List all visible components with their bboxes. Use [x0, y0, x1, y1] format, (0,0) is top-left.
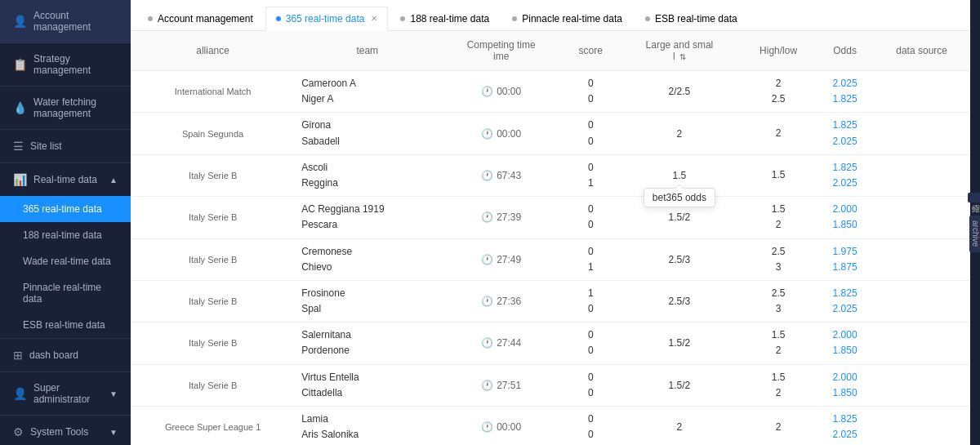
high-low-2: 2: [776, 343, 782, 358]
tab-365-real-time[interactable]: 365 real-time data ✕: [265, 7, 389, 31]
clock-icon: 🕐: [481, 296, 493, 307]
sidebar-item-account-management[interactable]: 👤 Account management: [0, 0, 131, 42]
tab-label: Pinnacle real-time data: [522, 13, 622, 24]
sidebar-item-system-tools[interactable]: ⚙ System Tools ▼: [0, 416, 131, 445]
sidebar-item-188-real-time[interactable]: 188 real-time data: [0, 222, 131, 248]
score-2: 0: [588, 134, 594, 149]
cell-score: 1 0: [563, 280, 618, 322]
cell-score: 0 1: [563, 154, 618, 196]
col-large-small[interactable]: Large and smal l ⇅: [618, 31, 740, 71]
cell-odds: 1.975 1.875: [817, 238, 873, 280]
odds-2: 2.025: [833, 176, 858, 191]
intro-button[interactable]: 介绍: [968, 193, 980, 202]
cell-score: 0 0: [563, 364, 618, 406]
close-icon[interactable]: ✕: [371, 14, 377, 23]
table-row: Italy Serie BAscoli Reggina🕐67:43 0 1 1.…: [131, 154, 970, 196]
score-2: 1: [588, 260, 594, 275]
score-2: 1: [588, 176, 594, 191]
odds-1: 1.825: [833, 160, 858, 176]
odds-2: 2.025: [833, 427, 858, 443]
cell-alliance: Italy Serie B: [131, 197, 295, 238]
cell-time: 🕐67:43: [439, 154, 563, 196]
sidebar-item-label: Water fetching management: [33, 96, 118, 119]
sidebar-item-label: Account management: [33, 10, 118, 33]
clock-icon: 🕐: [481, 128, 493, 140]
cell-team: Cremonese Chievo: [295, 238, 439, 280]
tab-account-management[interactable]: Account management: [137, 7, 264, 31]
sidebar-item-super-admin[interactable]: 👤 Super administrator ▼: [0, 372, 131, 415]
cell-team: Salernitana Pordenone: [295, 323, 439, 364]
sidebar-item-strategy-management[interactable]: 📋 Strategy management: [0, 43, 131, 86]
high-low-1: 1.5: [772, 327, 786, 343]
tabs-bar: Account management 365 real-time data ✕ …: [131, 0, 970, 31]
sidebar-item-dash-board[interactable]: ⊞ dash board: [0, 339, 131, 372]
cell-alliance: Spain Segunda: [131, 113, 295, 154]
clock-icon: 🕐: [481, 380, 493, 391]
cell-team: Virtus Entella Cittadella: [295, 364, 439, 406]
cell-odds: 1.825 2.025: [817, 113, 873, 154]
admin-icon: 👤: [13, 387, 27, 400]
tab-188-real-time[interactable]: 188 real-time data: [390, 7, 500, 31]
chart-icon: 📊: [13, 173, 27, 186]
sidebar-item-label: System Tools: [30, 426, 88, 438]
high-low-2: 2: [776, 385, 782, 401]
sidebar-item-real-time-data[interactable]: 📊 Real-time data ▲: [0, 163, 131, 196]
high-low-1: 1.5: [772, 370, 786, 385]
sidebar-item-label: Super administrator: [33, 382, 103, 405]
cell-odds: 2.000 1.850: [817, 364, 873, 406]
table-row: Italy Serie BCremonese Chievo🕐27:49 0 1 …: [131, 238, 970, 280]
cell-score: 0 0: [563, 71, 618, 113]
score-1: 0: [588, 244, 594, 260]
cell-large-small: 2.5/3: [618, 238, 740, 280]
water-icon: 💧: [13, 101, 27, 114]
score-2: 0: [588, 91, 594, 107]
cell-odds: 1.825 2.025: [817, 154, 873, 196]
sidebar-item-pinnacle-real-time[interactable]: Pinnacle real-time data: [0, 274, 131, 312]
sidebar-item-label: Real-time data: [33, 174, 97, 185]
archive-button[interactable]: archive: [969, 216, 981, 251]
sidebar-item-site-list[interactable]: ☰ Site list: [0, 130, 131, 162]
cell-large-small: 1.5/2: [618, 323, 740, 364]
sidebar-sub-label: 365 real-time data: [23, 203, 102, 215]
sidebar-item-water-fetching[interactable]: 💧 Water fetching management: [0, 87, 131, 129]
sidebar-item-365-real-time[interactable]: 365 real-time data: [0, 196, 131, 222]
col-score: score: [563, 31, 618, 71]
time-value: 27:36: [497, 296, 521, 307]
cell-data-source: [873, 154, 970, 196]
clock-icon: 🕐: [481, 86, 493, 97]
team-name-2: Chievo: [301, 260, 433, 275]
odds-1: 2.000: [833, 327, 858, 343]
sidebar-sub-label: Pinnacle real-time data: [23, 282, 118, 305]
tab-pinnacle-real-time[interactable]: Pinnacle real-time data: [501, 7, 633, 31]
chevron-right-icon-2: ▼: [109, 428, 118, 437]
tab-dot-active: [276, 16, 281, 21]
odds-1: 1.825: [833, 118, 858, 133]
odds-1: 1.975: [833, 244, 858, 260]
odds-2: 1.875: [833, 260, 858, 275]
cell-data-source: [873, 197, 970, 238]
cell-data-source: [873, 113, 970, 154]
cell-high-low: 1.5: [740, 154, 817, 196]
tab-label: ESB real-time data: [655, 13, 737, 24]
data-table-container[interactable]: alliance team Competing time ime score L…: [131, 31, 970, 445]
sidebar-item-wade-real-time[interactable]: Wade real-time data: [0, 248, 131, 274]
account-icon: 👤: [13, 15, 27, 28]
cell-high-low: 2.5 3: [740, 238, 817, 280]
score-2: 0: [588, 427, 594, 443]
tab-dot-4: [645, 16, 650, 21]
team-name-2: Pescara: [301, 217, 433, 233]
cell-data-source: [873, 407, 970, 446]
sidebar-item-esb-real-time[interactable]: ESB real-time data: [0, 312, 131, 338]
tab-dot: [148, 16, 153, 21]
team-name-1: Salernitana: [301, 327, 433, 343]
col-alliance: alliance: [131, 31, 295, 71]
cell-team: AC Reggiana 1919 Pescara: [295, 197, 439, 238]
sidebar-sub-label: Wade real-time data: [23, 256, 111, 267]
odds-1: 1.825: [833, 412, 858, 427]
sidebar-sub-label: ESB real-time data: [23, 319, 105, 331]
cell-odds: 2.000 1.850: [817, 197, 873, 238]
tab-esb-real-time[interactable]: ESB real-time data: [635, 7, 748, 31]
cell-team: Lamia Aris Salonika: [295, 407, 439, 446]
large-small-value: 1.5: [673, 170, 687, 181]
cell-score: 0 0: [563, 323, 618, 364]
